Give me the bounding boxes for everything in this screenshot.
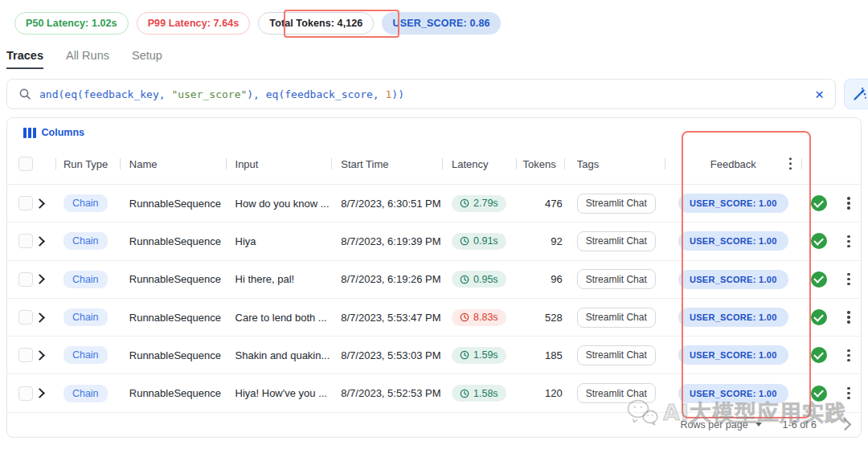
table-row[interactable]: Chain RunnableSequence Hi there, pal! 8/…	[7, 261, 861, 299]
expand-chevron-icon[interactable]	[35, 312, 45, 323]
p99-latency-badge: P99 Latency: 7.64s	[137, 12, 251, 35]
feedback-badge[interactable]: USER_SCORE: 1.00	[678, 345, 788, 365]
run-type-badge[interactable]: Chain	[63, 232, 108, 250]
feedback-badge[interactable]: USER_SCORE: 1.00	[678, 231, 788, 251]
run-type-badge[interactable]: Chain	[63, 308, 108, 326]
row-checkbox[interactable]	[18, 386, 33, 401]
tab-all-runs[interactable]: All Runs	[66, 49, 109, 69]
select-all-checkbox[interactable]	[18, 157, 33, 171]
run-name[interactable]: RunnableSequence	[120, 299, 226, 336]
run-name[interactable]: RunnableSequence	[120, 185, 226, 222]
rows-per-page-select[interactable]: Rows per page	[681, 419, 762, 430]
table-header: Run Type Name Input Start Time Latency T…	[7, 144, 861, 185]
column-header-tokens[interactable]: Tokens	[516, 144, 564, 184]
row-checkbox[interactable]	[18, 234, 33, 248]
success-status-icon	[811, 386, 827, 402]
table-row[interactable]: Chain RunnableSequence How do you know .…	[7, 185, 861, 222]
column-header-input[interactable]: Input	[226, 144, 332, 184]
columns-button[interactable]: Columns	[23, 127, 84, 138]
latency-badge: 1.58s	[452, 385, 506, 402]
tab-bar: Traces All Runs Setup	[6, 49, 162, 69]
tab-traces[interactable]: Traces	[6, 49, 43, 69]
run-input[interactable]: Hi there, pal!	[226, 261, 332, 298]
tag-badge[interactable]: Streamlit Chat	[577, 308, 656, 328]
row-checkbox[interactable]	[18, 272, 33, 287]
row-checkbox[interactable]	[18, 196, 33, 210]
table-row[interactable]: Chain RunnableSequence Hiya! How've you …	[7, 374, 861, 412]
tab-setup[interactable]: Setup	[132, 49, 162, 69]
run-name[interactable]: RunnableSequence	[120, 374, 226, 411]
run-name[interactable]: RunnableSequence	[120, 337, 226, 373]
tag-badge[interactable]: Streamlit Chat	[577, 231, 656, 251]
feedback-badge[interactable]: USER_SCORE: 1.00	[678, 194, 788, 213]
row-menu-icon[interactable]	[845, 271, 851, 287]
expand-chevron-icon[interactable]	[35, 198, 45, 209]
run-input[interactable]: How do you know ...	[226, 185, 332, 222]
column-header-run-type[interactable]: Run Type	[55, 144, 120, 184]
clock-icon	[460, 236, 469, 246]
run-type-badge[interactable]: Chain	[63, 271, 108, 288]
tag-badge[interactable]: Streamlit Chat	[577, 345, 656, 365]
row-menu-icon[interactable]	[845, 195, 851, 210]
token-count: 528	[516, 299, 564, 336]
next-page-button[interactable]	[839, 418, 852, 431]
run-start-time: 8/7/2023, 6:30:51 PM	[331, 185, 442, 222]
clock-icon	[460, 350, 469, 360]
row-menu-icon[interactable]	[845, 348, 851, 363]
latency-badge: 1.59s	[452, 347, 506, 364]
table-row[interactable]: Chain RunnableSequence Hiya 8/7/2023, 6:…	[7, 222, 861, 260]
run-type-badge[interactable]: Chain	[63, 385, 108, 402]
table-row[interactable]: Chain RunnableSequence Shakin and quakin…	[7, 337, 861, 374]
token-count: 476	[516, 185, 564, 222]
query-segment: ), eq(feedback_score,	[247, 88, 385, 100]
tag-badge[interactable]: Streamlit Chat	[577, 194, 656, 214]
clear-search-icon[interactable]: ×	[815, 87, 824, 102]
search-query-input[interactable]: and(eq(feedback_key, "user_score"), eq(f…	[39, 88, 404, 100]
magic-wand-button[interactable]	[844, 79, 868, 109]
run-input[interactable]: Hiya! How've you ...	[226, 374, 332, 411]
row-menu-icon[interactable]	[845, 234, 851, 249]
column-header-tags[interactable]: Tags	[564, 144, 665, 184]
latency-badge: 0.91s	[452, 233, 506, 250]
run-input[interactable]: Care to lend both ...	[226, 299, 332, 336]
expand-chevron-icon[interactable]	[35, 350, 45, 361]
tag-badge[interactable]: Streamlit Chat	[577, 383, 656, 403]
run-input[interactable]: Shakin and quakin...	[226, 337, 332, 373]
expand-chevron-icon[interactable]	[35, 274, 45, 284]
runs-table-card: Columns Run Type Name Input Start Time L…	[6, 117, 862, 438]
columns-label: Columns	[42, 127, 84, 138]
feedback-badge[interactable]: USER_SCORE: 1.00	[678, 384, 788, 403]
row-checkbox[interactable]	[18, 310, 33, 324]
pagination: Rows per page 1-6 of 6	[7, 413, 861, 437]
column-menu-icon[interactable]	[788, 156, 793, 171]
traces-page: P50 Latency: 1.02s P99 Latency: 7.64s To…	[0, 0, 868, 457]
column-header-latency[interactable]: Latency	[442, 144, 516, 184]
query-segment: ))	[391, 88, 404, 100]
search-bar[interactable]: and(eq(feedback_key, "user_score"), eq(f…	[6, 79, 836, 109]
clock-icon	[460, 389, 469, 398]
expand-chevron-icon[interactable]	[35, 388, 45, 398]
feedback-badge[interactable]: USER_SCORE: 1.00	[678, 308, 788, 327]
search-icon	[18, 88, 31, 100]
row-menu-icon[interactable]	[845, 386, 851, 401]
run-name[interactable]: RunnableSequence	[120, 222, 226, 259]
column-header-feedback[interactable]: Feedback	[665, 144, 801, 184]
expand-chevron-icon[interactable]	[35, 236, 45, 247]
column-header-name[interactable]: Name	[120, 144, 226, 184]
feedback-header-label: Feedback	[710, 158, 756, 170]
magic-wand-icon	[852, 87, 867, 102]
tag-badge[interactable]: Streamlit Chat	[577, 269, 656, 289]
column-header-start-time[interactable]: Start Time	[331, 144, 442, 184]
row-checkbox[interactable]	[18, 348, 33, 362]
token-count: 185	[516, 337, 564, 373]
feedback-badge[interactable]: USER_SCORE: 1.00	[678, 270, 788, 289]
run-name[interactable]: RunnableSequence	[120, 261, 226, 298]
run-input[interactable]: Hiya	[226, 222, 332, 259]
run-type-badge[interactable]: Chain	[63, 194, 108, 212]
run-type-badge[interactable]: Chain	[63, 346, 108, 364]
token-count: 96	[516, 261, 564, 298]
run-start-time: 8/7/2023, 5:52:53 PM	[331, 374, 442, 411]
user-score-badge: USER_SCORE: 0.86	[382, 12, 500, 35]
row-menu-icon[interactable]	[845, 309, 851, 324]
table-row[interactable]: Chain RunnableSequence Care to lend both…	[7, 299, 861, 337]
